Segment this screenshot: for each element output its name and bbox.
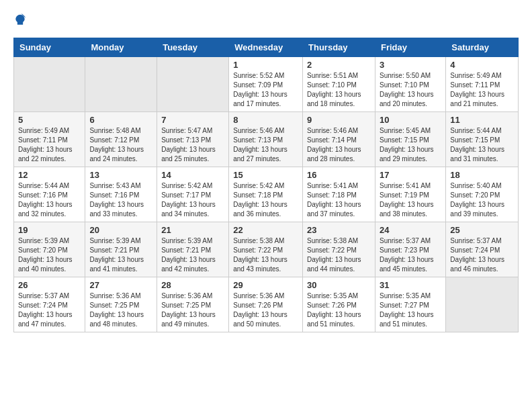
calendar-day-cell: 13Sunrise: 5:43 AM Sunset: 7:16 PM Dayli… [85, 167, 157, 222]
calendar-day-cell: 22Sunrise: 5:38 AM Sunset: 7:22 PM Dayli… [229, 222, 303, 277]
weekday-header: Thursday [303, 38, 375, 57]
calendar-day-cell [157, 57, 229, 112]
calendar-day-cell: 15Sunrise: 5:42 AM Sunset: 7:18 PM Dayli… [229, 167, 303, 222]
calendar-day-cell: 30Sunrise: 5:35 AM Sunset: 7:26 PM Dayli… [303, 277, 375, 332]
calendar-week-row: 26Sunrise: 5:37 AM Sunset: 7:24 PM Dayli… [14, 277, 519, 332]
calendar-table: SundayMondayTuesdayWednesdayThursdayFrid… [13, 38, 519, 332]
day-info: Sunrise: 5:41 AM Sunset: 7:19 PM Dayligh… [380, 181, 441, 219]
day-number: 20 [89, 225, 152, 235]
calendar-day-cell: 5Sunrise: 5:49 AM Sunset: 7:11 PM Daylig… [14, 112, 85, 167]
weekday-header: Friday [375, 38, 445, 57]
calendar-day-cell: 9Sunrise: 5:46 AM Sunset: 7:14 PM Daylig… [303, 112, 375, 167]
logo-icon [13, 13, 27, 27]
calendar-day-cell: 25Sunrise: 5:37 AM Sunset: 7:24 PM Dayli… [446, 222, 519, 277]
day-number: 30 [307, 280, 371, 290]
weekday-header: Monday [85, 38, 157, 57]
calendar-day-cell: 23Sunrise: 5:38 AM Sunset: 7:22 PM Dayli… [303, 222, 375, 277]
calendar-day-cell: 24Sunrise: 5:37 AM Sunset: 7:23 PM Dayli… [375, 222, 445, 277]
calendar-day-cell: 14Sunrise: 5:42 AM Sunset: 7:17 PM Dayli… [157, 167, 229, 222]
weekday-header-row: SundayMondayTuesdayWednesdayThursdayFrid… [14, 38, 519, 57]
day-info: Sunrise: 5:47 AM Sunset: 7:13 PM Dayligh… [161, 126, 224, 164]
day-info: Sunrise: 5:44 AM Sunset: 7:15 PM Dayligh… [450, 126, 514, 164]
day-info: Sunrise: 5:49 AM Sunset: 7:11 PM Dayligh… [450, 71, 514, 109]
day-info: Sunrise: 5:36 AM Sunset: 7:26 PM Dayligh… [233, 291, 298, 329]
calendar-day-cell: 10Sunrise: 5:45 AM Sunset: 7:15 PM Dayli… [375, 112, 445, 167]
day-number: 27 [89, 280, 152, 290]
day-number: 22 [233, 225, 298, 235]
weekday-header: Saturday [446, 38, 519, 57]
day-number: 21 [161, 225, 224, 235]
day-number: 13 [89, 170, 152, 180]
calendar-day-cell: 26Sunrise: 5:37 AM Sunset: 7:24 PM Dayli… [14, 277, 85, 332]
weekday-header: Sunday [14, 38, 85, 57]
day-number: 6 [89, 115, 152, 125]
day-number: 29 [233, 280, 298, 290]
day-info: Sunrise: 5:37 AM Sunset: 7:24 PM Dayligh… [450, 236, 514, 274]
day-info: Sunrise: 5:42 AM Sunset: 7:17 PM Dayligh… [161, 181, 224, 219]
day-number: 16 [307, 170, 371, 180]
day-info: Sunrise: 5:40 AM Sunset: 7:20 PM Dayligh… [450, 181, 514, 219]
day-number: 14 [161, 170, 224, 180]
day-number: 8 [233, 115, 298, 125]
day-info: Sunrise: 5:42 AM Sunset: 7:18 PM Dayligh… [233, 181, 298, 219]
page-header [13, 13, 519, 27]
day-info: Sunrise: 5:46 AM Sunset: 7:14 PM Dayligh… [307, 126, 371, 164]
day-info: Sunrise: 5:52 AM Sunset: 7:09 PM Dayligh… [233, 71, 298, 109]
calendar-day-cell: 3Sunrise: 5:50 AM Sunset: 7:10 PM Daylig… [375, 57, 445, 112]
day-number: 9 [307, 115, 371, 125]
calendar-day-cell: 11Sunrise: 5:44 AM Sunset: 7:15 PM Dayli… [446, 112, 519, 167]
calendar-day-cell: 31Sunrise: 5:35 AM Sunset: 7:27 PM Dayli… [375, 277, 445, 332]
calendar-day-cell: 27Sunrise: 5:36 AM Sunset: 7:25 PM Dayli… [85, 277, 157, 332]
day-info: Sunrise: 5:46 AM Sunset: 7:13 PM Dayligh… [233, 126, 298, 164]
day-number: 17 [380, 170, 441, 180]
day-info: Sunrise: 5:50 AM Sunset: 7:10 PM Dayligh… [380, 71, 441, 109]
day-number: 2 [307, 60, 371, 70]
day-number: 26 [18, 280, 81, 290]
day-info: Sunrise: 5:37 AM Sunset: 7:24 PM Dayligh… [18, 291, 81, 329]
day-number: 12 [18, 170, 81, 180]
calendar-week-row: 1Sunrise: 5:52 AM Sunset: 7:09 PM Daylig… [14, 57, 519, 112]
day-info: Sunrise: 5:49 AM Sunset: 7:11 PM Dayligh… [18, 126, 81, 164]
day-info: Sunrise: 5:35 AM Sunset: 7:27 PM Dayligh… [380, 291, 441, 329]
day-info: Sunrise: 5:44 AM Sunset: 7:16 PM Dayligh… [18, 181, 81, 219]
day-info: Sunrise: 5:38 AM Sunset: 7:22 PM Dayligh… [307, 236, 371, 274]
calendar-day-cell: 21Sunrise: 5:39 AM Sunset: 7:21 PM Dayli… [157, 222, 229, 277]
day-info: Sunrise: 5:43 AM Sunset: 7:16 PM Dayligh… [89, 181, 152, 219]
calendar-day-cell: 16Sunrise: 5:41 AM Sunset: 7:18 PM Dayli… [303, 167, 375, 222]
weekday-header: Tuesday [157, 38, 229, 57]
day-number: 7 [161, 115, 224, 125]
calendar-day-cell [85, 57, 157, 112]
calendar-day-cell: 17Sunrise: 5:41 AM Sunset: 7:19 PM Dayli… [375, 167, 445, 222]
calendar-day-cell: 8Sunrise: 5:46 AM Sunset: 7:13 PM Daylig… [229, 112, 303, 167]
day-info: Sunrise: 5:45 AM Sunset: 7:15 PM Dayligh… [380, 126, 441, 164]
calendar-week-row: 19Sunrise: 5:39 AM Sunset: 7:20 PM Dayli… [14, 222, 519, 277]
day-info: Sunrise: 5:38 AM Sunset: 7:22 PM Dayligh… [233, 236, 298, 274]
calendar-week-row: 5Sunrise: 5:49 AM Sunset: 7:11 PM Daylig… [14, 112, 519, 167]
day-number: 31 [380, 280, 441, 290]
day-info: Sunrise: 5:36 AM Sunset: 7:25 PM Dayligh… [89, 291, 152, 329]
calendar-day-cell: 12Sunrise: 5:44 AM Sunset: 7:16 PM Dayli… [14, 167, 85, 222]
calendar-day-cell: 20Sunrise: 5:39 AM Sunset: 7:21 PM Dayli… [85, 222, 157, 277]
calendar-day-cell: 6Sunrise: 5:48 AM Sunset: 7:12 PM Daylig… [85, 112, 157, 167]
day-number: 15 [233, 170, 298, 180]
day-number: 28 [161, 280, 224, 290]
calendar-day-cell: 7Sunrise: 5:47 AM Sunset: 7:13 PM Daylig… [157, 112, 229, 167]
calendar-day-cell: 2Sunrise: 5:51 AM Sunset: 7:10 PM Daylig… [303, 57, 375, 112]
day-info: Sunrise: 5:51 AM Sunset: 7:10 PM Dayligh… [307, 71, 371, 109]
calendar-day-cell: 29Sunrise: 5:36 AM Sunset: 7:26 PM Dayli… [229, 277, 303, 332]
day-number: 4 [450, 60, 514, 70]
day-info: Sunrise: 5:39 AM Sunset: 7:20 PM Dayligh… [18, 236, 81, 274]
calendar-day-cell: 18Sunrise: 5:40 AM Sunset: 7:20 PM Dayli… [446, 167, 519, 222]
day-number: 1 [233, 60, 298, 70]
day-info: Sunrise: 5:36 AM Sunset: 7:25 PM Dayligh… [161, 291, 224, 329]
weekday-header: Wednesday [229, 38, 303, 57]
day-info: Sunrise: 5:48 AM Sunset: 7:12 PM Dayligh… [89, 126, 152, 164]
day-number: 3 [380, 60, 441, 70]
calendar-day-cell [14, 57, 85, 112]
day-number: 5 [18, 115, 81, 125]
day-info: Sunrise: 5:41 AM Sunset: 7:18 PM Dayligh… [307, 181, 371, 219]
day-info: Sunrise: 5:39 AM Sunset: 7:21 PM Dayligh… [89, 236, 152, 274]
calendar-day-cell: 4Sunrise: 5:49 AM Sunset: 7:11 PM Daylig… [446, 57, 519, 112]
day-number: 10 [380, 115, 441, 125]
day-info: Sunrise: 5:39 AM Sunset: 7:21 PM Dayligh… [161, 236, 224, 274]
